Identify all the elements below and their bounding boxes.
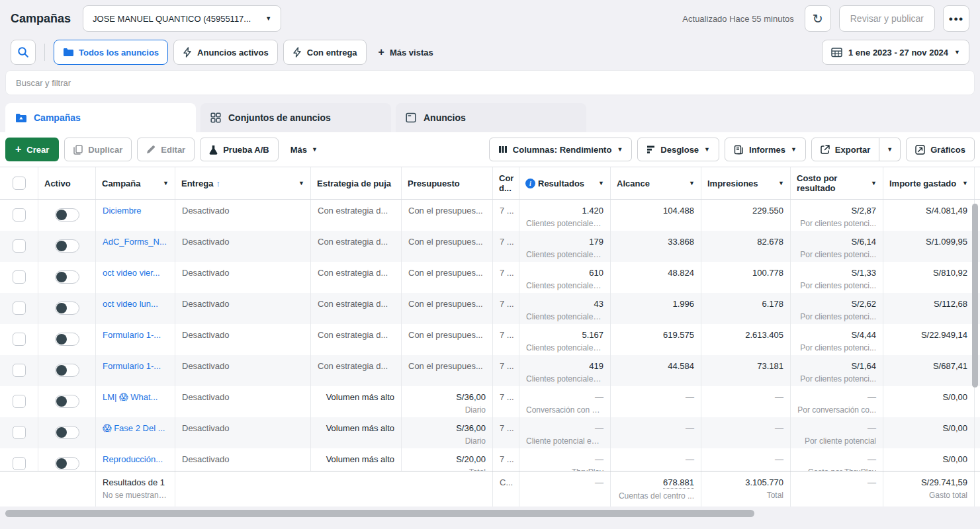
campaign-link[interactable]: LM| 😱 What... — [103, 391, 168, 403]
budget-period: Diario — [408, 405, 486, 415]
amount-spent-value: S/0,00 — [890, 391, 967, 403]
row-checkbox[interactable] — [13, 364, 26, 377]
campaign-link[interactable]: 😱 Fase 2 Del ... — [103, 423, 168, 434]
view-with-delivery[interactable]: Con entrega — [283, 40, 367, 65]
active-toggle[interactable] — [55, 333, 79, 346]
header-reach[interactable]: Alcance▼ — [611, 167, 701, 199]
campaign-link[interactable]: oct video lun... — [103, 298, 168, 309]
tab-ads[interactable]: Anuncios — [396, 103, 586, 132]
header-cost-per-result[interactable]: Costo por resultado▼ — [791, 167, 883, 199]
create-button[interactable]: + Crear — [5, 138, 59, 161]
cost-per-result-value: S/1,33 — [797, 267, 876, 278]
active-toggle[interactable] — [55, 208, 79, 222]
vertical-scrollbar[interactable] — [972, 204, 978, 387]
active-toggle[interactable] — [55, 426, 79, 439]
active-toggle[interactable] — [55, 457, 79, 470]
refresh-button[interactable]: ↻ — [805, 5, 831, 32]
attribution-setting: 7 ... — [500, 454, 514, 464]
budget-value: Con el presupues... — [408, 267, 486, 278]
adsets-grid-icon — [210, 112, 221, 123]
more-options-button[interactable]: ●●● — [943, 5, 969, 32]
table-toolbar: + Crear Duplicar Editar Prueba A/B — [0, 132, 980, 167]
header-results[interactable]: iResultados▼ — [519, 167, 611, 199]
campaign-link[interactable]: oct video vier... — [103, 267, 168, 278]
date-range-selector[interactable]: 1 ene 2023 - 27 nov 2024 ▼ — [822, 40, 969, 65]
cost-type: Por conversación co... — [797, 405, 876, 415]
search-input[interactable] — [16, 78, 964, 88]
active-toggle[interactable] — [55, 364, 79, 377]
duplicate-button[interactable]: Duplicar — [64, 138, 132, 161]
reach-value: — — [617, 423, 694, 434]
chevron-down-icon: ▼ — [689, 181, 695, 186]
more-views-label: Más vistas — [390, 48, 433, 58]
view-active-ads-label: Anuncios activos — [197, 48, 269, 58]
results-count-label: Resultados de 1 — [103, 477, 168, 488]
header-delivery[interactable]: Entrega↑▼ — [175, 167, 311, 199]
view-all-ads[interactable]: Todos los anuncios — [54, 40, 168, 65]
row-checkbox[interactable] — [13, 457, 26, 470]
campaign-link[interactable]: Formulario 1-... — [103, 360, 168, 372]
header-budget[interactable]: Presupuesto — [402, 167, 493, 199]
row-checkbox[interactable] — [13, 302, 26, 315]
search-view-button[interactable] — [11, 40, 36, 65]
divider — [44, 44, 45, 61]
campaign-link[interactable]: Formulario 1-... — [103, 329, 168, 341]
tab-campaigns[interactable]: Campañas — [5, 103, 196, 132]
edit-label: Editar — [161, 145, 185, 155]
toggle-knob — [56, 427, 67, 438]
impressions-value: 73.181 — [708, 360, 783, 372]
ab-test-label: Prueba A/B — [223, 145, 269, 155]
chevron-down-icon: ▼ — [617, 147, 623, 153]
cost-per-result-value: S/2,87 — [797, 205, 876, 216]
export-dropdown-button[interactable]: ▼ — [879, 138, 901, 161]
impressions-total-sublabel: Total — [708, 491, 783, 500]
tab-ads-label: Anuncios — [423, 112, 466, 123]
reports-button[interactable]: Informes ▼ — [725, 138, 806, 161]
active-toggle[interactable] — [55, 302, 79, 315]
review-publish-button[interactable]: Revisar y publicar — [839, 5, 935, 32]
horizontal-scrollbar[interactable] — [5, 510, 754, 517]
row-checkbox[interactable] — [13, 270, 26, 284]
active-toggle[interactable] — [55, 270, 79, 284]
breakdown-button[interactable]: Desglose ▼ — [637, 138, 719, 161]
row-checkbox[interactable] — [13, 395, 26, 408]
impressions-total: 3.105.770 — [708, 477, 783, 488]
header-attribution[interactable]: Cor d... — [493, 167, 519, 199]
row-checkbox[interactable] — [13, 333, 26, 346]
amount-spent-total: S/29.741,59 — [890, 477, 967, 488]
columns-button[interactable]: Columnas: Rendimiento ▼ — [489, 138, 632, 161]
reach-total[interactable]: 678.881 — [663, 477, 694, 489]
export-split-button: Exportar ▼ — [811, 138, 901, 161]
account-selector[interactable]: JOSE MANUEL QUANTICO (45955117... ▼ — [83, 5, 281, 32]
tab-adsets[interactable]: Conjuntos de anuncios — [200, 103, 391, 132]
attribution-total: C... — [500, 477, 513, 487]
row-checkbox[interactable] — [13, 208, 26, 222]
cost-type: Por clientes potenci... — [797, 250, 876, 259]
row-checkbox[interactable] — [13, 239, 26, 253]
export-button[interactable]: Exportar — [811, 138, 879, 161]
row-checkbox[interactable] — [13, 426, 26, 439]
header-impressions[interactable]: Impresiones▼ — [701, 167, 791, 199]
impressions-value: — — [708, 391, 783, 403]
select-all-checkbox[interactable] — [13, 177, 26, 190]
campaign-link[interactable]: AdC_Forms_N... — [103, 236, 168, 247]
campaign-link[interactable]: Reproducción... — [103, 454, 168, 465]
header-bid-strategy[interactable]: Estrategia de puja — [311, 167, 402, 199]
active-toggle[interactable] — [55, 395, 79, 408]
cost-per-result-value: S/4,44 — [797, 329, 876, 341]
budget-value: Con el presupues... — [408, 298, 486, 309]
header-amount-spent[interactable]: Importe gastado▼ — [883, 167, 975, 199]
more-views-button[interactable]: + Más vistas — [372, 47, 440, 58]
header-campaign[interactable]: Campaña▼ — [96, 167, 175, 199]
ab-test-button[interactable]: Prueba A/B — [200, 138, 279, 161]
active-toggle[interactable] — [55, 239, 79, 253]
charts-button[interactable]: Gráficos — [906, 138, 975, 161]
columns-icon — [498, 145, 508, 154]
campaign-link[interactable]: Diciembre — [103, 205, 168, 216]
budget-value: S/36,00 — [408, 423, 486, 434]
cost-type: Por clientes potenci... — [797, 374, 876, 384]
more-button[interactable]: Más ▼ — [284, 145, 324, 155]
edit-button[interactable]: Editar — [137, 138, 195, 161]
chevron-down-icon: ▼ — [778, 181, 784, 186]
view-active-ads[interactable]: Anuncios activos — [173, 40, 278, 65]
